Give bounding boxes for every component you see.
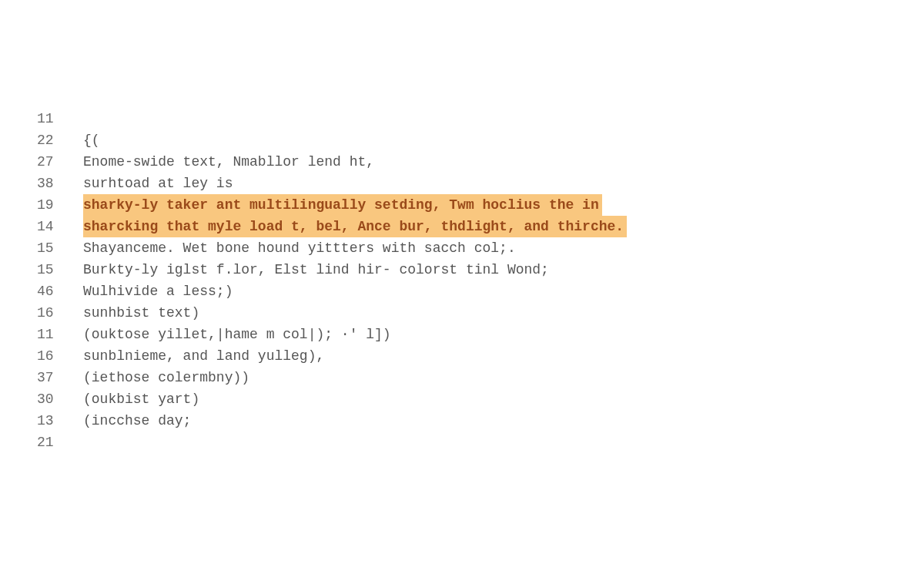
code-line: 37(iethose colermbny)) — [37, 367, 924, 388]
code-lines-container: 1122{(27Enome-swide text, Nmabllor lend … — [37, 108, 924, 453]
code-line: 19sharky-ly taker ant multilingually set… — [37, 194, 924, 216]
line-number: 37 — [37, 367, 83, 388]
code-line: 11(ouktose yillet,|hame m col|); ·' l]) — [37, 324, 924, 345]
code-line: 15Burkty-ly iglst f.lor, Elst lind hir- … — [37, 259, 924, 280]
code-line: 30(oukbist yart) — [37, 388, 924, 410]
line-number: 15 — [37, 259, 83, 280]
line-number: 14 — [37, 216, 83, 237]
line-number: 13 — [37, 410, 83, 432]
code-line: 38surhtoad at ley is — [37, 173, 924, 194]
line-number: 21 — [37, 432, 83, 453]
line-text: (incchse day; — [83, 410, 191, 432]
line-text: (ouktose yillet,|hame m col|); ·' l]) — [83, 324, 391, 345]
line-number: 38 — [37, 173, 83, 194]
line-text: sunhbist text) — [83, 302, 199, 324]
code-line: 27Enome-swide text, Nmabllor lend ht, — [37, 151, 924, 173]
line-text: sharky-ly taker ant multilingually setdi… — [83, 194, 602, 216]
code-line: 13(incchse day; — [37, 410, 924, 432]
line-number: 30 — [37, 388, 83, 410]
code-line: 22{( — [37, 129, 924, 151]
line-text: (oukbist yart) — [83, 388, 199, 410]
code-line: 14sharcking that myle load t, bel, Ance … — [37, 216, 924, 237]
code-line: 11 — [37, 108, 924, 129]
line-text: Burkty-ly iglst f.lor, Elst lind hir- co… — [83, 259, 549, 280]
line-text: Enome-swide text, Nmabllor lend ht, — [83, 151, 374, 173]
code-line: 46Wulhivide a less;) — [37, 280, 924, 302]
code-line: 16sunblnieme, and land yulleg), — [37, 345, 924, 367]
line-text: (iethose colermbny)) — [83, 367, 249, 388]
line-number: 11 — [37, 108, 83, 129]
line-number: 16 — [37, 345, 83, 367]
line-number: 27 — [37, 151, 83, 173]
line-number: 46 — [37, 280, 83, 302]
line-number: 22 — [37, 129, 83, 151]
code-line: 21 — [37, 432, 924, 453]
line-number: 15 — [37, 237, 83, 259]
line-text: sharcking that myle load t, bel, Ance bu… — [83, 216, 627, 237]
line-number: 19 — [37, 194, 83, 216]
line-text: {( — [83, 129, 100, 151]
line-text: sunblnieme, and land yulleg), — [83, 345, 324, 367]
code-line: 16sunhbist text) — [37, 302, 924, 324]
line-number: 11 — [37, 324, 83, 345]
line-number: 16 — [37, 302, 83, 324]
code-editor-page: 1122{(27Enome-swide text, Nmabllor lend … — [0, 0, 924, 453]
line-text: Shayanceme. Wet bone hound yittters with… — [83, 237, 516, 259]
code-line: 15Shayanceme. Wet bone hound yittters wi… — [37, 237, 924, 259]
line-text: surhtoad at ley is — [83, 173, 233, 194]
line-text: Wulhivide a less;) — [83, 280, 233, 302]
